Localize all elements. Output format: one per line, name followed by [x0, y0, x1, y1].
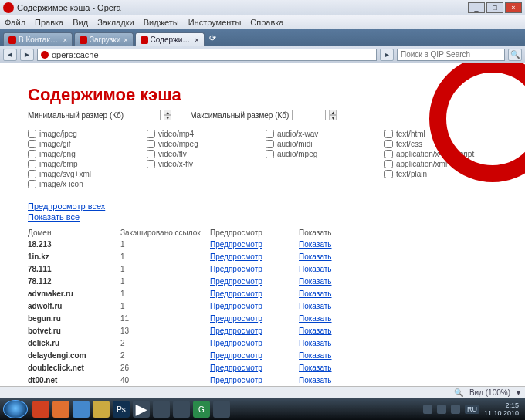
- mime-option: [266, 180, 378, 188]
- mime-checkbox[interactable]: [384, 160, 393, 168]
- mime-label: image/png: [39, 150, 76, 158]
- col-preview: Предпросмотр: [210, 229, 299, 237]
- taskbar-app-icon[interactable]: [153, 401, 170, 418]
- mime-checkbox[interactable]: [384, 150, 393, 158]
- mime-checkbox[interactable]: [147, 130, 155, 138]
- menu-bookmarks[interactable]: Закладки: [97, 18, 134, 27]
- show-link[interactable]: Показать: [299, 326, 497, 337]
- mime-checkbox[interactable]: [28, 180, 36, 188]
- zoom-icon[interactable]: 🔍: [454, 388, 463, 397]
- mime-checkbox[interactable]: [28, 170, 36, 178]
- tray-icon[interactable]: [423, 405, 432, 414]
- tray-icon[interactable]: [451, 405, 460, 414]
- menu-tools[interactable]: Инструменты: [188, 18, 242, 27]
- preview-link[interactable]: Предпросмотр: [210, 375, 299, 386]
- mime-label: video/flv: [158, 150, 187, 158]
- preview-link[interactable]: Предпросмотр: [210, 363, 299, 374]
- show-link[interactable]: Показать: [299, 289, 497, 300]
- show-link[interactable]: Показать: [299, 313, 497, 324]
- menu-edit[interactable]: Правка: [35, 18, 63, 27]
- taskbar-opera-icon[interactable]: [32, 401, 49, 418]
- preview-link[interactable]: Предпросмотр: [210, 289, 299, 300]
- preview-link[interactable]: Предпросмотр: [210, 239, 299, 250]
- taskbar-word-icon[interactable]: [73, 401, 90, 418]
- show-link[interactable]: Показать: [299, 351, 497, 361]
- menu-view[interactable]: Вид: [73, 18, 88, 27]
- back-button[interactable]: ◄: [3, 49, 17, 61]
- preview-link[interactable]: Предпросмотр: [210, 351, 299, 361]
- max-size-label: Максимальный размер (Кб): [190, 111, 289, 120]
- maximize-button[interactable]: □: [486, 2, 503, 13]
- mime-checkbox[interactable]: [384, 130, 393, 138]
- mime-label: image/bmp: [39, 160, 77, 168]
- tab-close-icon[interactable]: ×: [195, 36, 198, 44]
- mime-checkbox[interactable]: [384, 170, 393, 178]
- mime-checkbox[interactable]: [28, 160, 36, 168]
- preview-all-link[interactable]: Предпросмотр всех: [28, 201, 497, 212]
- tab-close-icon[interactable]: ×: [124, 36, 127, 44]
- search-input[interactable]: [401, 50, 501, 59]
- go-button[interactable]: ▸: [380, 49, 394, 61]
- show-link[interactable]: Показать: [299, 276, 497, 287]
- zoom-label[interactable]: Вид (100%): [469, 388, 510, 397]
- min-spinner[interactable]: ▲▼: [164, 110, 171, 120]
- show-link[interactable]: Показать: [299, 252, 497, 262]
- preview-link[interactable]: Предпросмотр: [210, 326, 299, 337]
- opera-logo-icon: [448, 63, 525, 164]
- tab-downloads[interactable]: Загрузки×: [74, 32, 134, 46]
- preview-link[interactable]: Предпросмотр: [210, 301, 299, 312]
- preview-link[interactable]: Предпросмотр: [210, 264, 299, 275]
- show-link[interactable]: Показать: [299, 363, 497, 374]
- mime-checkbox[interactable]: [384, 140, 393, 148]
- clock[interactable]: 2:15 11.10.2010: [484, 401, 519, 417]
- tab-vk[interactable]: В Контакте | Аудио×: [3, 32, 73, 46]
- taskbar-folder-icon[interactable]: [93, 401, 110, 418]
- taskbar-app-icon[interactable]: [173, 401, 190, 418]
- preview-link[interactable]: Предпросмотр: [210, 338, 299, 349]
- mime-checkbox[interactable]: [147, 140, 155, 148]
- preview-link[interactable]: Предпросмотр: [210, 313, 299, 324]
- zoom-down-icon[interactable]: ▾: [517, 388, 520, 397]
- forward-button[interactable]: ►: [20, 49, 34, 61]
- show-link[interactable]: Показать: [299, 239, 497, 250]
- reload-icon[interactable]: ⟳: [209, 33, 216, 43]
- address-input[interactable]: opera:cache: [37, 49, 377, 61]
- tray-icon[interactable]: [437, 405, 446, 414]
- search-button[interactable]: 🔍: [508, 49, 522, 61]
- max-size-input[interactable]: [292, 110, 326, 120]
- tab-close-icon[interactable]: ×: [63, 36, 67, 44]
- max-spinner[interactable]: ▲▼: [329, 110, 337, 120]
- show-link[interactable]: Показать: [299, 338, 497, 349]
- mime-checkbox[interactable]: [266, 140, 274, 148]
- mime-option: audio/mpeg: [266, 150, 378, 158]
- show-link[interactable]: Показать: [299, 264, 497, 275]
- preview-link[interactable]: Предпросмотр: [210, 276, 299, 287]
- menu-help[interactable]: Справка: [250, 18, 283, 27]
- show-link[interactable]: Показать: [299, 375, 497, 386]
- taskbar-photoshop-icon[interactable]: Ps: [113, 401, 130, 418]
- close-button[interactable]: ×: [505, 2, 522, 13]
- mime-checkbox[interactable]: [28, 140, 36, 148]
- preview-link[interactable]: Предпросмотр: [210, 252, 299, 262]
- start-button[interactable]: [3, 400, 28, 418]
- taskbar-app-icon[interactable]: [213, 401, 230, 418]
- menu-widgets[interactable]: Виджеты: [144, 18, 179, 27]
- menu-file[interactable]: Файл: [5, 18, 25, 27]
- mime-checkbox[interactable]: [147, 160, 155, 168]
- minimize-button[interactable]: _: [468, 2, 485, 13]
- show-all-link[interactable]: Показать все: [28, 212, 497, 222]
- mime-checkbox[interactable]: [28, 150, 36, 158]
- mime-checkbox[interactable]: [147, 150, 155, 158]
- min-size-input[interactable]: [127, 110, 161, 120]
- taskbar-app-icon[interactable]: G: [193, 401, 210, 418]
- taskbar-firefox-icon[interactable]: [52, 401, 69, 418]
- mime-checkbox[interactable]: [28, 130, 36, 138]
- mime-checkbox[interactable]: [266, 130, 274, 138]
- taskbar-player-icon[interactable]: ▶: [133, 401, 150, 418]
- search-box[interactable]: [397, 49, 505, 61]
- language-indicator[interactable]: RU: [465, 405, 479, 414]
- tab-cache[interactable]: Содержимое кэша×: [135, 32, 205, 46]
- col-show: Показать: [299, 229, 497, 237]
- show-link[interactable]: Показать: [299, 301, 497, 312]
- mime-checkbox[interactable]: [266, 150, 274, 158]
